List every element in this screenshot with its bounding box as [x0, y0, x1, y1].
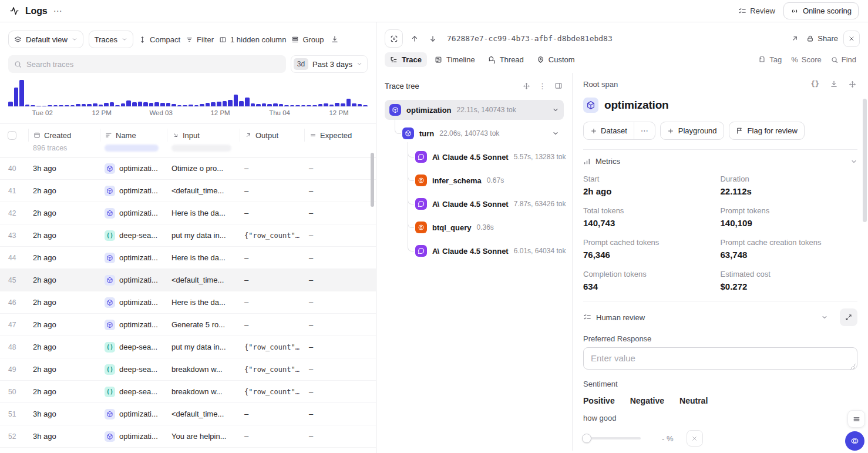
histogram-bar[interactable]: [166, 103, 171, 106]
histogram-bar[interactable]: [279, 104, 284, 106]
histogram-bar[interactable]: [14, 88, 19, 106]
help-widget-button[interactable]: [845, 431, 864, 451]
resize-handle[interactable]: [850, 364, 856, 370]
histogram-bar[interactable]: [121, 103, 126, 106]
tree-item[interactable]: infer_schema0.67s: [411, 170, 564, 190]
histogram-bar[interactable]: [8, 102, 13, 106]
compact-toggle[interactable]: Compact: [139, 35, 180, 44]
table-scrollbar[interactable]: [371, 153, 374, 207]
histogram-bar[interactable]: [171, 104, 176, 106]
table-row[interactable]: 462h agooptimizati...Here is the da...––: [0, 291, 376, 314]
histogram-bar[interactable]: [256, 104, 261, 107]
chevron-down-icon[interactable]: [821, 314, 828, 321]
histogram-bar[interactable]: [262, 103, 267, 106]
online-scoring-button[interactable]: Online scoring: [783, 2, 859, 19]
histogram-bar[interactable]: [19, 80, 24, 106]
slider-knob[interactable]: [582, 434, 591, 443]
find-button[interactable]: Find: [827, 53, 860, 66]
histogram-bar[interactable]: [42, 106, 47, 106]
histogram-bar[interactable]: [65, 105, 69, 106]
open-fullscreen-button[interactable]: [789, 32, 801, 45]
column-header-output[interactable]: Output: [240, 129, 304, 142]
view-dropdown[interactable]: Default view: [8, 31, 83, 48]
dataset-options-button[interactable]: ⋯: [634, 122, 655, 139]
traces-dropdown[interactable]: Traces: [89, 31, 133, 48]
sentiment-negative-button[interactable]: Negative: [630, 396, 664, 405]
histogram-bar[interactable]: [335, 103, 339, 106]
histogram-bar[interactable]: [251, 103, 255, 106]
review-button[interactable]: Review: [738, 6, 775, 15]
histogram-bar[interactable]: [301, 105, 306, 106]
histogram-bar[interactable]: [183, 105, 187, 106]
search-input[interactable]: [26, 60, 280, 69]
table-row[interactable]: 412h agooptimizati...<default_time...––: [0, 180, 376, 202]
json-view-button[interactable]: {}: [810, 79, 820, 89]
histogram-bar[interactable]: [126, 100, 131, 106]
histogram-bar[interactable]: [211, 102, 216, 106]
histogram-bar[interactable]: [200, 104, 204, 106]
next-trace-button[interactable]: [426, 32, 439, 45]
histogram-bar[interactable]: [143, 102, 148, 106]
column-header-input[interactable]: Input: [167, 129, 240, 142]
histogram-bar[interactable]: [110, 102, 115, 106]
chevron-down-icon[interactable]: [850, 158, 857, 165]
tree-item[interactable]: turn22.06s, 140743 tok: [398, 123, 564, 143]
histogram-bar[interactable]: [48, 105, 52, 106]
select-all-checkbox[interactable]: [8, 131, 16, 140]
score-button[interactable]: % Score: [788, 53, 825, 66]
histogram-bar[interactable]: [87, 104, 92, 106]
table-row[interactable]: 513h agooptimizati...<default_time...––: [0, 403, 376, 425]
chevron-down-icon[interactable]: [552, 130, 559, 137]
tab-thread[interactable]: Thread: [483, 52, 529, 67]
histogram-bar[interactable]: [267, 104, 272, 106]
histogram-bar[interactable]: [273, 103, 278, 106]
tab-custom[interactable]: Custom: [531, 52, 580, 67]
histogram-bar[interactable]: [206, 103, 210, 106]
histogram-bar[interactable]: [149, 103, 154, 106]
tree-item[interactable]: btql_query0.36s: [411, 217, 564, 237]
histogram-bar[interactable]: [329, 105, 334, 106]
chevron-down-icon[interactable]: [552, 106, 559, 113]
tab-timeline[interactable]: Timeline: [429, 52, 480, 67]
table-row[interactable]: 442h agooptimizati...Here is the da...––: [0, 247, 376, 269]
histogram-bar[interactable]: [234, 95, 238, 106]
histogram-bar[interactable]: [160, 103, 165, 106]
time-range-dropdown[interactable]: 3d Past 3 days: [291, 55, 368, 73]
floating-menu-button[interactable]: [847, 410, 865, 428]
histogram-bar[interactable]: [284, 105, 289, 106]
table-row[interactable]: 523h agooptimizati...You are helpin...––: [0, 425, 376, 448]
sentiment-neutral-button[interactable]: Neutral: [679, 396, 708, 405]
expand-review-button[interactable]: [840, 308, 857, 326]
histogram-bar[interactable]: [223, 101, 227, 106]
histogram-bar[interactable]: [217, 102, 221, 106]
histogram-bar[interactable]: [346, 99, 351, 107]
histogram-bar[interactable]: [138, 102, 143, 106]
histogram-bar[interactable]: [70, 105, 75, 106]
histogram-bar[interactable]: [59, 105, 63, 106]
histogram-bar[interactable]: [132, 102, 137, 106]
table-row[interactable]: 482h ago()deep-sea...put my data in...{"…: [0, 336, 376, 358]
histogram-bar[interactable]: [194, 105, 199, 106]
histogram-bar[interactable]: [352, 103, 356, 106]
tree-item[interactable]: optimization22.11s, 140743 tok: [385, 100, 564, 120]
histogram-bar[interactable]: [177, 105, 182, 106]
flag-for-review-button[interactable]: Flag for review: [729, 122, 805, 140]
histogram-bar[interactable]: [307, 105, 311, 106]
add-to-dataset-button[interactable]: Dataset: [584, 122, 634, 139]
previous-trace-button[interactable]: [408, 32, 421, 45]
histogram-bar[interactable]: [295, 105, 300, 106]
group-button[interactable]: Group: [291, 35, 324, 44]
histogram-bar[interactable]: [53, 105, 58, 106]
histogram-bar[interactable]: [228, 100, 233, 106]
histogram-bar[interactable]: [245, 98, 250, 106]
how-good-slider[interactable]: [583, 437, 641, 439]
sentiment-positive-button[interactable]: Positive: [583, 396, 615, 405]
histogram-bar[interactable]: [363, 105, 368, 106]
table-row[interactable]: 502h ago()deep-sea...breakdown w...{"row…: [0, 381, 376, 403]
histogram-bar[interactable]: [25, 105, 30, 106]
tree-item[interactable]: A\Claude 4.5 Sonnet7.87s, 63426 tok: [411, 194, 564, 214]
histogram-bar[interactable]: [76, 104, 80, 106]
histogram-bar[interactable]: [36, 106, 41, 106]
download-span-button[interactable]: [829, 79, 839, 89]
collapse-panel-button[interactable]: [553, 80, 564, 91]
